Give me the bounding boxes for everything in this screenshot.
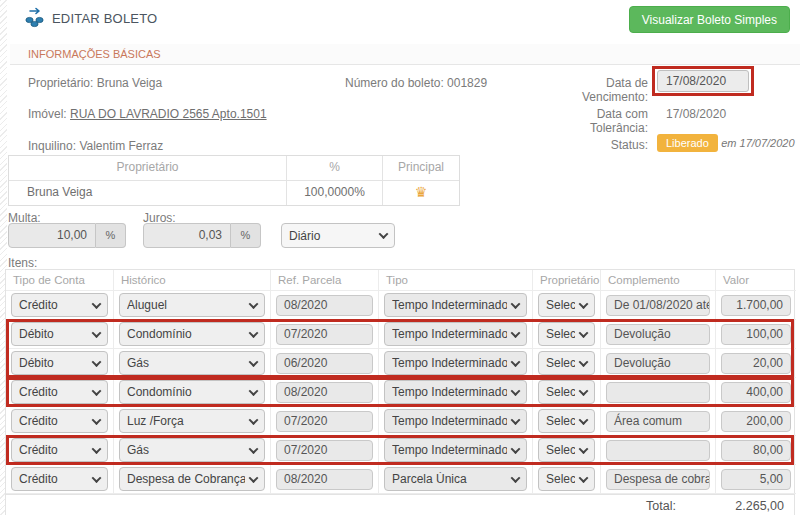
historico-value: Condomínio: [127, 327, 245, 341]
chevron-down-icon: [511, 357, 521, 367]
valor-input[interactable]: 5,00: [721, 469, 791, 490]
ref-parcela-input[interactable]: 08/2020: [276, 295, 373, 316]
page-header: EDITAR BOLETO: [24, 7, 157, 29]
historico-select[interactable]: Despesa de Cobrança: [119, 467, 265, 491]
valor-input[interactable]: 80,00: [721, 440, 791, 461]
historico-select[interactable]: Gás: [119, 351, 265, 375]
juros-input[interactable]: 0,03: [143, 223, 231, 248]
chevron-down-icon: [92, 444, 102, 454]
proprietario-select[interactable]: Selecion: [538, 409, 595, 433]
complemento-input[interactable]: [606, 440, 710, 461]
proprietario-select[interactable]: Selecion: [538, 467, 595, 491]
chevron-down-icon: [249, 328, 259, 338]
item-row: Crédito Luz /Força 07/2020 Tempo Indeter…: [6, 407, 794, 436]
valor-input[interactable]: 200,00: [721, 411, 791, 432]
owners-table-header: Proprietário % Principal: [9, 156, 459, 181]
numero-boleto-value: 001829: [447, 76, 487, 90]
proprietario-select[interactable]: Selecion: [538, 380, 595, 404]
proprietario-select[interactable]: Selecion: [538, 351, 595, 375]
imovel-link[interactable]: RUA DO LAVRADIO 2565 Apto.1501: [70, 107, 267, 121]
tolerancia-label: Data com Tolerância:: [590, 107, 648, 135]
chevron-down-icon: [579, 357, 589, 367]
ref-parcela-input[interactable]: 06/2020: [276, 353, 373, 374]
tipo-select[interactable]: Tempo Indeterminado (Mê: [384, 322, 527, 346]
ref-parcela-input[interactable]: 07/2020: [276, 411, 373, 432]
tipo-conta-value: Crédito: [19, 414, 88, 428]
tipo-select[interactable]: Tempo Indeterminado (Mê: [384, 409, 527, 433]
chevron-down-icon: [579, 299, 589, 309]
juros-group: 0,03 %: [143, 223, 261, 248]
tipo-conta-select[interactable]: Crédito: [11, 438, 108, 462]
historico-select[interactable]: Condomínio: [119, 380, 265, 404]
proprietario-select-value: Selecion: [546, 443, 575, 457]
periodo-select[interactable]: Diário: [281, 223, 395, 248]
historico-value: Gás: [127, 356, 245, 370]
visualizar-boleto-button[interactable]: Visualizar Boleto Simples: [629, 6, 790, 33]
tipo-conta-value: Crédito: [19, 472, 88, 486]
valor-input[interactable]: 100,00: [721, 324, 791, 345]
historico-select[interactable]: Aluguel: [119, 293, 265, 317]
tipo-select[interactable]: Tempo Indeterminado (Mê: [384, 351, 527, 375]
tipo-conta-select[interactable]: Crédito: [11, 467, 108, 491]
tipo-conta-value: Crédito: [19, 298, 88, 312]
vencimento-input[interactable]: 17/08/2020: [657, 70, 749, 92]
tipo-conta-value: Crédito: [19, 385, 88, 399]
tipo-value: Tempo Indeterminado (Mê: [392, 298, 507, 312]
chevron-down-icon: [579, 444, 589, 454]
tipo-select[interactable]: Tempo Indeterminado (Mê: [384, 380, 527, 404]
proprietario-select[interactable]: Selecion: [538, 438, 595, 462]
valor-input[interactable]: 20,00: [721, 353, 791, 374]
tipo-value: Tempo Indeterminado (Mê: [392, 385, 507, 399]
valor-input[interactable]: 400,00: [721, 382, 791, 403]
tipo-select[interactable]: Tempo Indeterminado (Mê: [384, 438, 527, 462]
ref-parcela-input[interactable]: 07/2020: [276, 324, 373, 345]
ref-parcela-input[interactable]: 08/2020: [276, 469, 373, 490]
complemento-input[interactable]: Devolução: [606, 353, 710, 374]
historico-select[interactable]: Luz /Força: [119, 409, 265, 433]
tipo-conta-value: Crédito: [19, 443, 88, 457]
status-since: em 17/07/2020: [721, 137, 794, 149]
complemento-input[interactable]: Despesa de cobran: [606, 469, 710, 490]
chevron-down-icon: [579, 386, 589, 396]
total-label: Total:: [646, 499, 676, 513]
proprietario-select-value: Selecion: [546, 472, 575, 486]
complemento-input[interactable]: Área comum: [606, 411, 710, 432]
chevron-down-icon: [579, 473, 589, 483]
chevron-down-icon: [511, 328, 521, 338]
proprietario-select[interactable]: Selecion: [538, 293, 595, 317]
total-value: 2.265,00: [714, 499, 794, 513]
ref-parcela-input[interactable]: 07/2020: [276, 440, 373, 461]
owners-table: Proprietário % Principal Bruna Veiga 100…: [8, 155, 460, 206]
item-row: Débito Condomínio 07/2020 Tempo Indeterm…: [6, 320, 794, 349]
chevron-down-icon: [249, 473, 259, 483]
tipo-conta-select[interactable]: Débito: [11, 322, 108, 346]
multa-input[interactable]: 10,00: [8, 223, 96, 248]
tipo-conta-select[interactable]: Crédito: [11, 293, 108, 317]
chevron-down-icon: [579, 328, 589, 338]
proprietario-select[interactable]: Selecion: [538, 322, 595, 346]
historico-select[interactable]: Gás: [119, 438, 265, 462]
item-row: Crédito Condomínio 08/2020 Tempo Indeter…: [6, 378, 794, 407]
complemento-input[interactable]: De 01/08/2020 até: [606, 295, 710, 316]
item-row: Crédito Despesa de Cobrança 08/2020 Parc…: [6, 465, 794, 494]
tipo-conta-select[interactable]: Débito: [11, 351, 108, 375]
valor-input[interactable]: 1.700,00: [721, 295, 791, 316]
chevron-down-icon: [92, 299, 102, 309]
tipo-select[interactable]: Tempo Indeterminado (Mê: [384, 293, 527, 317]
chevron-down-icon: [579, 415, 589, 425]
tipo-conta-select[interactable]: Crédito: [11, 380, 108, 404]
crown-icon[interactable]: ♛: [415, 184, 428, 200]
owner-percent: 100,0000%: [287, 181, 383, 205]
tipo-conta-select[interactable]: Crédito: [11, 409, 108, 433]
owner-name: Bruna Veiga: [9, 181, 287, 205]
items-header-proprietario: Proprietário: [533, 270, 601, 291]
chevron-down-icon: [249, 386, 259, 396]
tipo-select[interactable]: Parcela Única: [384, 467, 527, 491]
historico-select[interactable]: Condomínio: [119, 322, 265, 346]
owners-table-row: Bruna Veiga 100,0000% ♛: [9, 181, 459, 205]
complemento-input[interactable]: Devolução: [606, 324, 710, 345]
ref-parcela-input[interactable]: 08/2020: [276, 382, 373, 403]
chevron-down-icon: [92, 473, 102, 483]
tipo-conta-value: Débito: [19, 327, 88, 341]
complemento-input[interactable]: [606, 382, 710, 403]
